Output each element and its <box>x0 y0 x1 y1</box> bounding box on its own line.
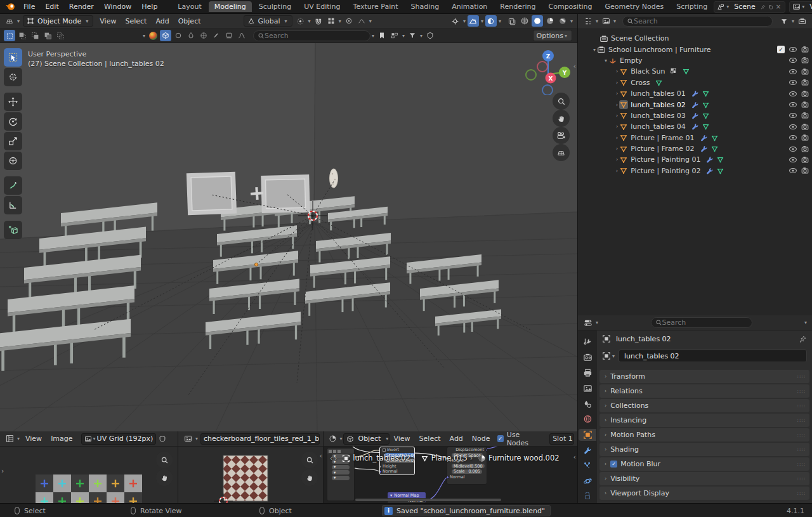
select-mode-new-icon[interactable] <box>4 30 15 41</box>
camera-icon[interactable] <box>801 67 809 76</box>
eye-icon[interactable] <box>789 155 797 164</box>
menu-render[interactable]: Render <box>64 3 99 11</box>
unlink-scene-icon[interactable]: × <box>775 3 782 10</box>
viewport-search[interactable] <box>253 30 370 41</box>
region-expand-arrow[interactable]: ‹ <box>320 452 322 460</box>
options-button[interactable]: Options ▾ <box>533 30 572 41</box>
breadcrumb-object[interactable]: lunch_tables 02 <box>353 454 410 462</box>
expand-caret-icon[interactable]: › <box>615 80 619 86</box>
eye-icon[interactable] <box>789 122 797 131</box>
expand-caret-icon[interactable]: › <box>615 102 619 108</box>
zoom-button[interactable] <box>301 452 318 468</box>
material-preview-ball-icon[interactable] <box>147 30 159 41</box>
uv-editor-type-icon[interactable] <box>4 433 15 445</box>
new-collection-icon[interactable] <box>796 16 808 27</box>
region-expand-arrow[interactable]: ‹ <box>573 453 576 461</box>
visibility-fluid-icon[interactable] <box>185 30 197 41</box>
viewport-canvas[interactable]: User Perspective (27) Scene Collection |… <box>0 43 577 431</box>
tab-animation[interactable]: Animation <box>446 1 493 12</box>
panel-transform[interactable]: ›Transform:::: <box>599 370 809 383</box>
camera-icon[interactable] <box>801 56 809 65</box>
annotate-tool[interactable] <box>4 176 22 195</box>
eye-icon[interactable] <box>789 56 797 65</box>
panel-grip-icon[interactable]: :::: <box>797 462 806 467</box>
chevron-down-icon[interactable]: ▾ <box>370 33 376 39</box>
image-editor-type-icon[interactable] <box>182 433 193 445</box>
camera-icon[interactable] <box>801 166 809 175</box>
eye-icon[interactable] <box>789 67 797 76</box>
shading-rendered-icon[interactable] <box>557 15 568 27</box>
pivot-point-icon[interactable] <box>295 15 306 27</box>
panel-visibility[interactable]: ›Visibility:::: <box>599 472 809 485</box>
outliner-filter-mode-icon[interactable] <box>600 16 612 27</box>
outliner-row-scene-collection[interactable]: Scene Collection <box>578 33 812 44</box>
outliner-row-object[interactable]: › Black Sun <box>578 66 812 77</box>
midlevel-slider[interactable]: Midlevel0.500 <box>452 464 485 468</box>
xray-toggle-icon[interactable] <box>485 15 497 27</box>
eye-icon[interactable] <box>789 89 797 98</box>
menu-edit[interactable]: Edit <box>40 3 63 11</box>
slot-selector[interactable]: Slot 1 <box>549 433 574 445</box>
ortho-toggle-button[interactable] <box>553 144 570 161</box>
tab-geometry-nodes[interactable]: Geometry Nodes <box>599 1 669 12</box>
normal-socket[interactable] <box>379 470 382 473</box>
menu-view[interactable]: View <box>95 17 121 25</box>
tab-layout[interactable]: Layout <box>172 1 207 12</box>
expand-caret-icon[interactable]: › <box>615 135 619 141</box>
motion-blur-checkbox[interactable]: ✓ <box>610 461 617 468</box>
use-nodes-checkbox[interactable]: ✓ <box>497 435 504 442</box>
expand-caret-icon[interactable]: › <box>615 113 619 119</box>
tab-uv-editing[interactable]: UV Editing <box>298 1 346 12</box>
normal-map-node[interactable]: ▾Normal Map Normal <box>387 492 426 503</box>
expand-caret-icon[interactable]: › <box>615 146 619 152</box>
measure-tool[interactable] <box>4 196 22 214</box>
displacement-output-socket[interactable] <box>485 448 488 452</box>
bookmark-icon[interactable] <box>376 30 388 41</box>
shader-type-selector[interactable]: Object ▾ <box>343 433 389 445</box>
viewport-search-input[interactable] <box>265 32 341 40</box>
outliner-row-object-active[interactable]: › lunch_tables 02 <box>578 99 812 110</box>
tab-view-layer[interactable] <box>579 382 596 394</box>
panel-grip-icon[interactable]: :::: <box>797 491 806 496</box>
zoom-button[interactable] <box>156 452 173 468</box>
horizontal-scrollbar[interactable] <box>355 499 501 501</box>
cursor-tool[interactable] <box>4 68 22 86</box>
eye-icon[interactable] <box>789 133 797 142</box>
outliner-row-object[interactable]: › Picture | Frame 01 <box>578 133 812 143</box>
rotate-tool[interactable] <box>4 112 22 131</box>
tab-rendering[interactable]: Rendering <box>494 1 541 12</box>
view-layer-selector[interactable]: ▾ ViewLayer × <box>789 1 812 13</box>
expand-caret-icon[interactable]: › <box>615 168 619 174</box>
invert-checkbox[interactable] <box>383 448 386 452</box>
pan-hand-button[interactable] <box>553 110 570 127</box>
height-socket[interactable] <box>379 465 382 468</box>
collection-visibility-icon[interactable] <box>389 30 400 41</box>
image-selector[interactable]: checkerboard_floor_tiles_red_1_basecol <box>200 433 320 445</box>
camera-icon[interactable] <box>801 78 809 87</box>
properties-search[interactable] <box>651 317 752 328</box>
pin-icon[interactable] <box>759 3 767 11</box>
image-canvas[interactable]: ‹ <box>178 447 323 503</box>
show-overlays-icon[interactable] <box>468 15 479 27</box>
new-scene-icon[interactable] <box>767 3 775 11</box>
falloff-icon[interactable] <box>356 15 367 27</box>
menu-file[interactable]: File <box>18 3 40 11</box>
move-tool[interactable] <box>4 93 22 111</box>
outliner-row-object[interactable]: › lunch_tables 01 <box>578 88 812 99</box>
saved-report-badge[interactable]: i Saved "school_lunchroom_furniture.blen… <box>382 505 551 516</box>
scene-selector[interactable]: ▾ Scene × <box>714 1 785 13</box>
outliner-display-mode-icon[interactable] <box>582 16 594 27</box>
tab-scene[interactable] <box>579 398 596 410</box>
transform-orientation[interactable]: Global ▾ <box>244 15 292 27</box>
shading-solid-icon[interactable] <box>532 15 543 27</box>
pan-hand-button[interactable] <box>301 469 318 486</box>
select-mode-intersect-icon[interactable] <box>55 30 66 41</box>
expand-caret-icon[interactable]: › <box>615 69 619 74</box>
properties-search-input[interactable] <box>662 318 732 327</box>
menu-view[interactable]: View <box>21 435 46 443</box>
tab-world[interactable] <box>579 413 596 425</box>
mode-selector[interactable]: Object Mode ▾ <box>23 15 93 27</box>
panel-instancing[interactable]: ›Instancing:::: <box>599 414 809 427</box>
visibility-surface-icon[interactable] <box>173 30 184 41</box>
camera-icon[interactable] <box>801 145 809 154</box>
